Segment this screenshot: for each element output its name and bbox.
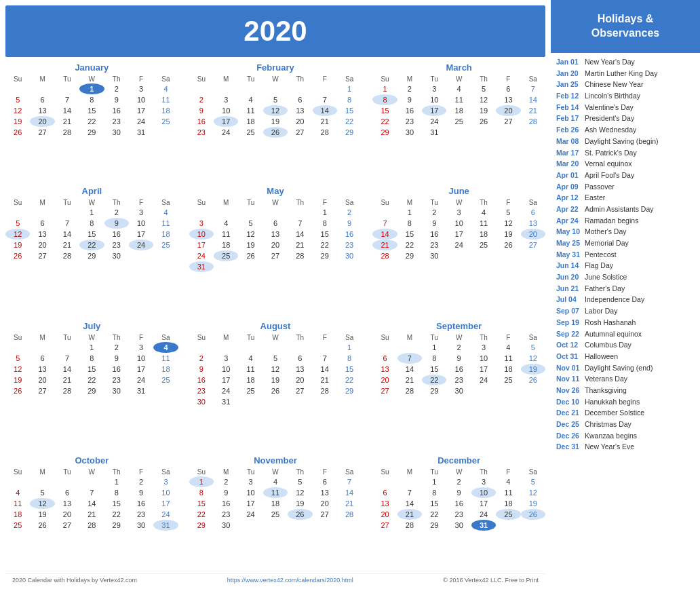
- calendar-day: 13: [372, 498, 397, 509]
- calendar-day: 19: [263, 375, 288, 385]
- calendar-day: 10: [471, 353, 496, 364]
- calendar-day: 2: [422, 207, 446, 218]
- calendar-day: 27: [313, 509, 337, 520]
- month-may: MaySuMTuWThFSa12345678910111213141516171…: [189, 186, 362, 312]
- calendar-day: [238, 520, 262, 531]
- calendar-day: 28: [397, 520, 422, 531]
- calendar-day: 1: [104, 476, 129, 487]
- holiday-date: Sep 22: [556, 329, 585, 339]
- calendar-day: 6: [521, 207, 545, 218]
- calendar-day: 29: [79, 385, 104, 396]
- calendar-day: 23: [189, 385, 214, 396]
- month-january: JanuarySuMTuWThFSa1234567891011121314151…: [5, 62, 178, 178]
- calendar-day: 18: [471, 229, 496, 240]
- calendar-day: 11: [153, 218, 178, 229]
- calendar-day: 31: [129, 385, 153, 396]
- calendar-day: 13: [55, 498, 79, 509]
- holiday-item: Dec 25Christmas Day: [556, 419, 695, 430]
- day-header-su: Su: [189, 198, 214, 207]
- calendar-day: 28: [55, 385, 79, 396]
- calendar-day: 6: [288, 353, 312, 364]
- calendar-day: 20: [313, 498, 337, 509]
- calendar-day: 10: [129, 353, 153, 364]
- calendar-day: 23: [446, 375, 471, 385]
- month-april: AprilSuMTuWThFSa123456789101112131415161…: [5, 186, 178, 312]
- calendar-day: 19: [238, 240, 262, 250]
- day-header-f: F: [313, 333, 337, 342]
- calendar-day: 26: [288, 509, 312, 520]
- calendar-day: 3: [129, 83, 153, 94]
- day-header-m: M: [30, 468, 54, 476]
- day-header-m: M: [397, 75, 422, 83]
- calendar-day: [313, 396, 337, 407]
- calendar-day: 14: [79, 498, 104, 509]
- holiday-item: Nov 11Veterans Day: [556, 374, 695, 384]
- day-header-w: W: [263, 75, 288, 83]
- calendar-day: 19: [5, 375, 30, 385]
- calendar-day: 14: [337, 487, 362, 498]
- calendar-day: [238, 342, 262, 353]
- calendar-day: 24: [471, 375, 496, 385]
- month-name-september: September: [372, 321, 545, 331]
- calendar-day: 23: [337, 240, 362, 250]
- calendar-day: [5, 476, 30, 487]
- calendar-day: 1: [79, 342, 104, 353]
- calendar-day: 17: [238, 498, 262, 509]
- holiday-item: Feb 12Lincoln's Birthday: [556, 91, 695, 101]
- calendar-day: 30: [129, 520, 153, 531]
- month-july: JulySuMTuWThFSa1234567891011121314151617…: [5, 321, 178, 447]
- calendar-day: 30: [214, 520, 238, 531]
- calendar-day: [263, 342, 288, 353]
- day-header-sa: Sa: [153, 198, 178, 207]
- holiday-date: Oct 12: [556, 340, 585, 350]
- calendar-day: 24: [214, 385, 238, 396]
- calendar-day: 16: [337, 229, 362, 240]
- day-header-f: F: [496, 468, 520, 476]
- calendar-day: 19: [288, 498, 312, 509]
- holiday-name: St. Patrick's Day: [585, 148, 637, 158]
- calendar-day: 10: [446, 218, 471, 229]
- calendar-day: 6: [55, 487, 79, 498]
- calendar-day: 7: [313, 94, 337, 105]
- calendar-day: 8: [79, 353, 104, 364]
- calendar-day: 4: [153, 83, 178, 94]
- calendar-day: 18: [153, 105, 178, 116]
- day-header-sa: Sa: [153, 75, 178, 83]
- calendar-day: 11: [263, 487, 288, 498]
- calendar-day: 5: [5, 94, 30, 105]
- calendar-day: 3: [129, 207, 153, 218]
- holiday-name: Daylight Saving (begin): [585, 136, 659, 147]
- sidebar-header: Holidays &Observances: [551, 0, 700, 53]
- calendar-day: 22: [397, 240, 422, 250]
- calendar-day: 31: [129, 127, 153, 138]
- calendar-day: 8: [422, 353, 446, 364]
- holiday-name: April Fool's Day: [585, 170, 634, 180]
- holiday-date: Feb 12: [556, 91, 585, 101]
- calendar-day: 17: [153, 498, 178, 509]
- calendar-day: [288, 342, 312, 353]
- calendar-day: 17: [129, 105, 153, 116]
- holiday-date: Nov 11: [556, 374, 585, 384]
- calendar-day: [313, 83, 337, 94]
- calendar-day: 8: [104, 487, 129, 498]
- calendar-day: 12: [263, 364, 288, 375]
- calendar-day: 6: [313, 476, 337, 487]
- calendar-day: 1: [79, 207, 104, 218]
- calendar-day: 4: [496, 342, 520, 353]
- calendar-day: 29: [313, 250, 337, 261]
- day-header-su: Su: [372, 198, 397, 207]
- holiday-item: Mar 08Daylight Saving (begin): [556, 136, 695, 147]
- calendar-day: 7: [372, 218, 397, 229]
- calendar-day: 16: [189, 375, 214, 385]
- month-name-may: May: [189, 186, 362, 196]
- calendar-day: 17: [214, 375, 238, 385]
- calendar-day: 20: [288, 116, 312, 127]
- month-name-june: June: [372, 186, 545, 196]
- holiday-item: Jan 01New Year's Day: [556, 57, 695, 67]
- calendar-day: 22: [189, 509, 214, 520]
- calendar-day: 15: [337, 364, 362, 375]
- calendar-day: [446, 127, 471, 138]
- calendar-day: 8: [313, 218, 337, 229]
- calendar-day: 16: [397, 105, 422, 116]
- calendar-day: 1: [337, 342, 362, 353]
